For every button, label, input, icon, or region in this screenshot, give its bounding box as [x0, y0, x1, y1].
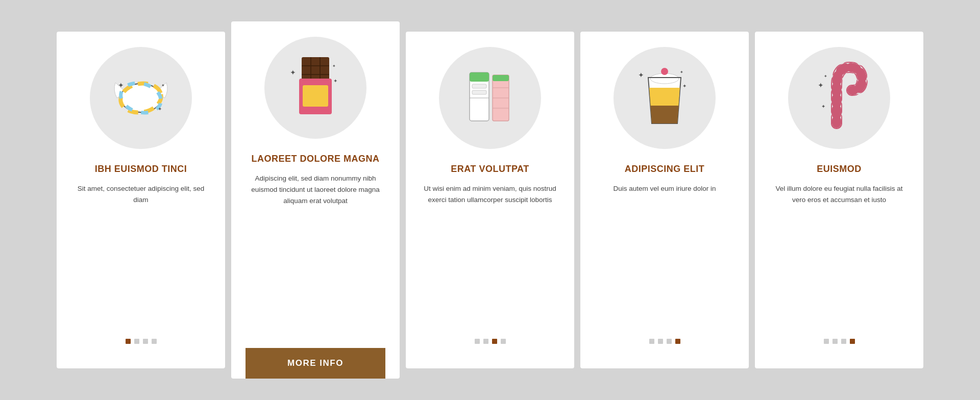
dot-4: [850, 339, 855, 344]
dot-3: [143, 339, 148, 344]
svg-text:✦: ✦: [818, 81, 824, 89]
svg-text:✦: ✦: [332, 64, 336, 68]
card-3: ERAT VOLUTPAT Ut wisi enim ad minim veni…: [406, 32, 574, 368]
card-1: ✦ ✦ ✦ IBH EUISMOD TINCI Sit amet, consec…: [57, 32, 225, 368]
svg-rect-25: [493, 75, 509, 81]
dot-1: [475, 339, 480, 344]
svg-text:✦: ✦: [333, 78, 337, 84]
svg-text:✦: ✦: [161, 83, 165, 88]
svg-text:✦: ✦: [118, 81, 124, 89]
card-1-dots: [126, 339, 157, 356]
card-3-title: ERAT VOLUTPAT: [451, 163, 529, 175]
dot-2: [134, 339, 139, 344]
milkshake-icon: ✦ ✦ ✦: [634, 62, 695, 134]
svg-text:✦: ✦: [638, 71, 644, 79]
dot-2: [832, 339, 838, 344]
card-2-icon-circle: ✦ ✦ ✦: [264, 37, 366, 139]
card-5-icon-circle: ✦ ✦ ✦: [788, 47, 890, 149]
dot-3: [492, 339, 497, 344]
card-2-desc: Adipiscing elit, sed diam nonummy nibh e…: [246, 173, 385, 338]
svg-rect-17: [470, 72, 489, 82]
card-1-icon-circle: ✦ ✦ ✦: [90, 47, 192, 149]
dot-1: [649, 339, 654, 344]
dot-2: [483, 339, 488, 344]
chocolate-icon: ✦ ✦ ✦: [282, 52, 349, 123]
card-4-desc: Duis autem vel eum iriure dolor in: [613, 183, 716, 327]
card-4-dots: [649, 339, 680, 356]
dot-2: [658, 339, 663, 344]
card-5-dots: [824, 339, 855, 356]
dot-1: [824, 339, 829, 344]
card-1-title: IBH EUISMOD TINCI: [95, 163, 187, 175]
svg-text:✦: ✦: [682, 83, 687, 89]
card-2: ✦ ✦ ✦ LAOREET DOLORE MAGNA Adipiscing el…: [231, 21, 400, 379]
card-4-title: ADIPISCING ELIT: [625, 163, 705, 175]
gum-icon: [459, 65, 521, 131]
svg-text:✦: ✦: [290, 68, 296, 77]
card-2-title: LAOREET DOLORE MAGNA: [252, 153, 380, 165]
candy-icon: ✦ ✦ ✦: [108, 72, 174, 123]
svg-text:✦: ✦: [680, 70, 683, 74]
svg-rect-6: [302, 57, 329, 80]
cards-container: ✦ ✦ ✦ IBH EUISMOD TINCI Sit amet, consec…: [46, 21, 934, 379]
card-3-icon-circle: [439, 47, 541, 149]
dot-1: [126, 339, 131, 344]
candycane-icon: ✦ ✦ ✦: [808, 62, 870, 134]
svg-text:✦: ✦: [158, 106, 162, 112]
svg-text:✦: ✦: [824, 74, 827, 79]
card-5-desc: Vel illum dolore eu feugiat nulla facili…: [769, 183, 909, 327]
svg-rect-19: [472, 84, 486, 88]
card-4: ✦ ✦ ✦ ADIPISCING ELIT Duis autem vel eum…: [580, 32, 749, 368]
card-4-icon-circle: ✦ ✦ ✦: [614, 47, 716, 149]
svg-rect-12: [303, 85, 328, 107]
card-3-desc: Ut wisi enim ad minim veniam, quis nostr…: [420, 183, 560, 327]
card-1-desc: Sit amet, consectetuer adipi­scing elit,…: [71, 183, 211, 327]
card-3-dots: [475, 339, 506, 356]
card-5: ✦ ✦ ✦ EUISMOD Vel illum dolore eu feugia…: [755, 32, 923, 368]
dot-4: [501, 339, 506, 344]
dot-4: [152, 339, 157, 344]
more-info-button[interactable]: MORE INFO: [246, 348, 385, 379]
svg-rect-20: [472, 90, 486, 94]
svg-text:✦: ✦: [821, 104, 825, 109]
card-5-title: EUISMOD: [817, 163, 862, 175]
dot-4: [675, 339, 680, 344]
dot-3: [667, 339, 672, 344]
dot-3: [841, 339, 846, 344]
svg-point-27: [661, 68, 668, 75]
